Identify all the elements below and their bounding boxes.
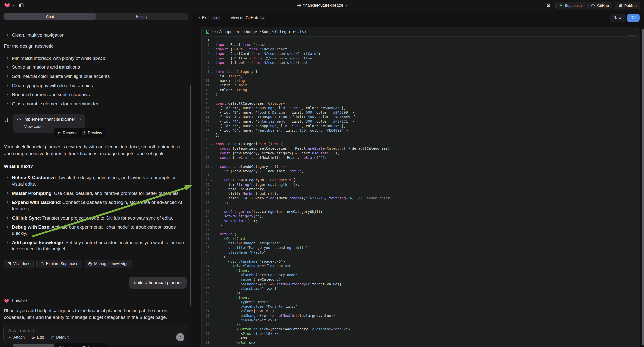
code-text: <Input	[212, 295, 640, 300]
project-name: financial-future-creator	[304, 3, 343, 8]
line-number: 8⌄	[202, 70, 212, 74]
view-on-github-button[interactable]: View on GitHub	[230, 16, 258, 20]
toggle-sidebar-icon[interactable]	[17, 2, 26, 9]
github-button[interactable]: GitHub	[588, 2, 612, 10]
code-line: 31	[202, 173, 640, 178]
chat-scrollbar[interactable]	[190, 85, 191, 306]
code-text: setNewLimit('');	[212, 218, 640, 223]
preview-button[interactable]: Preview	[82, 131, 102, 136]
bookmark-icon[interactable]	[4, 117, 9, 123]
line-number: 13	[202, 92, 212, 96]
message-menu-icon[interactable]: ⋯	[181, 298, 187, 304]
restore-icon: ↺	[58, 345, 61, 347]
code-text: <ChartCard	[212, 236, 640, 241]
code-icon: <>	[17, 117, 21, 122]
list-item: Minimalist interface with plenty of whit…	[4, 55, 187, 62]
assistant-name: Lovable	[12, 298, 27, 304]
supabase-button[interactable]: Supabase	[556, 2, 585, 10]
code-line: 27 const [newLimit, setNewLimit] = React…	[202, 155, 640, 160]
tab-chat[interactable]: Chat	[4, 14, 96, 20]
line-number: 22	[202, 133, 212, 137]
chevron-right-icon[interactable]: ›	[80, 117, 81, 122]
code-line: 14	[202, 96, 640, 101]
code-line: 11 limit: number;	[202, 83, 640, 87]
settings-gear-icon[interactable]: ⚙	[544, 2, 553, 9]
logo-chevron-down-icon[interactable]: ▾	[13, 4, 15, 8]
line-number: 67	[202, 336, 212, 340]
code-line: 15⌄const defaultCategories: Category[] =…	[202, 101, 640, 106]
code-line: 3import { Plus } from 'lucide-react';	[202, 47, 640, 51]
line-number: 25	[202, 146, 212, 150]
visit-docs-button[interactable]: Visit docs	[4, 260, 34, 268]
version-card-implement-financial-planner[interactable]: <> Implement financial planner › View co…	[13, 114, 85, 133]
lovable-avatar	[4, 298, 10, 304]
line-number: 37	[202, 200, 212, 205]
code-text: { id: '4', name: 'Entertainment', limit:…	[212, 119, 640, 124]
code-text: placeholder="Monthly limit"	[212, 304, 640, 309]
code-text	[212, 205, 640, 209]
code-text: className="flex-1"	[212, 318, 640, 322]
fold-chevron-icon[interactable]: ⌄	[211, 70, 212, 74]
file-header[interactable]: src/components/budget/BudgetCategories.t…	[202, 27, 640, 36]
editor-scrollbar[interactable]	[642, 29, 644, 345]
manage-knowledge-button[interactable]: Manage knowledge	[85, 260, 132, 268]
collapse-file-button[interactable]: ⌃	[627, 28, 637, 36]
code-line: 58 <Input	[202, 295, 640, 300]
fold-chevron-icon[interactable]: ⌄	[211, 142, 212, 146]
chevron-left-icon[interactable]: ‹	[198, 15, 200, 21]
fold-chevron-icon[interactable]: ⌄	[211, 164, 212, 169]
lovable-logo-icon[interactable]	[4, 2, 10, 8]
restore-button[interactable]: ↺Restore	[58, 345, 77, 347]
line-number: 29⌄	[202, 164, 212, 169]
raw-toggle-button[interactable]: Raw	[610, 14, 625, 22]
code-line: 40 setNewCategory('');	[202, 214, 640, 218]
line-number: 31	[202, 173, 212, 178]
line-number: 40	[202, 214, 212, 218]
restore-button[interactable]: ↺Restore	[58, 131, 77, 136]
line-number: 41	[202, 218, 212, 223]
line-number: 62	[202, 314, 212, 318]
next-steps-list: Refine & Customize: Tweak the design, an…	[4, 174, 187, 252]
line-number: 54	[202, 277, 212, 282]
list-item: Debug with Ease: Activate our experiment…	[4, 224, 187, 236]
tab-history[interactable]: History	[96, 14, 188, 20]
preview-button[interactable]: Preview	[82, 345, 102, 347]
code-line: 60 placeholder="Monthly limit"	[202, 304, 640, 309]
fold-chevron-icon[interactable]: ⌄	[211, 178, 212, 182]
chat-scroll-area[interactable]: Clean, intuitive navigation For the desi…	[0, 30, 189, 322]
send-button[interactable]: ↑	[176, 333, 184, 341]
line-number: 10	[202, 78, 212, 83]
edit-mode-button[interactable]: Edit	[31, 335, 44, 340]
code-text: color: '#' + Math.floor(Math.random()*16…	[212, 196, 640, 200]
assistant-paragraph: Your sleek financial planner is now read…	[4, 144, 187, 157]
line-number: 36	[202, 196, 212, 200]
design-bullet-list: Minimalist interface with plenty of whit…	[4, 55, 187, 107]
code-text: const [newLimit, setNewLimit] = React.us…	[212, 155, 640, 160]
explore-supabase-button[interactable]: Explore Supabase	[36, 260, 82, 268]
attach-button[interactable]: Attach	[8, 335, 25, 340]
publish-button[interactable]: Publish	[615, 2, 640, 10]
publish-label: Publish	[624, 4, 636, 8]
list-item: Subtle animations and transitions	[4, 64, 187, 70]
line-number: 57	[202, 291, 212, 295]
code-text: limit: number;	[212, 83, 640, 87]
code-text: <Button onClick={handleAddCategory} clas…	[212, 327, 640, 331]
code-line: 44 return (	[202, 232, 640, 236]
list-item: GitHub Sync: Transfer your project's cod…	[4, 215, 187, 221]
code-text	[212, 96, 640, 101]
code-line: 48 className="h-auto"	[202, 250, 640, 255]
model-selector[interactable]: Default ⌄	[50, 335, 73, 340]
project-switcher[interactable]: financial-future-creator ▾	[297, 0, 347, 11]
line-number: 38	[202, 205, 212, 209]
line-number: 32⌄	[202, 178, 212, 182]
code-line: 54 value={newCategory}	[202, 277, 640, 282]
code-text: ];	[212, 133, 640, 137]
diff-toggle-button[interactable]: Diff	[627, 14, 640, 22]
list-item: Master Prompting: Use clear, detailed, a…	[4, 190, 187, 197]
exit-button[interactable]: Exit	[202, 16, 209, 20]
ask-lovable-input[interactable]	[8, 328, 166, 333]
line-number: 7	[202, 65, 212, 70]
code-line: 61 value={newLimit}	[202, 309, 640, 313]
fold-chevron-icon[interactable]: ⌄	[211, 101, 212, 106]
code-text: name: string;	[212, 78, 640, 83]
